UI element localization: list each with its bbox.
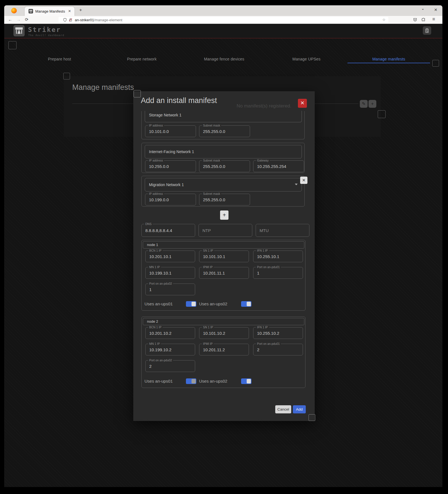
tab-manage-upses[interactable]: Manage UPSes [265,57,348,61]
uses-ups02-toggle[interactable] [241,378,251,384]
field-value: 255.255.0.0 [203,197,225,202]
field-value: 255.255.0.0 [203,129,225,134]
ipmi-ip-field[interactable]: IPMI IP 10.201.11.2 [199,344,249,355]
field-label: Port on an-pdu01 [256,265,281,269]
add-manifest-button[interactable]: + [368,100,376,108]
add-network-button[interactable]: + [220,210,228,220]
reload-button[interactable]: ⟳ [25,17,29,22]
field-value: 1 [149,287,151,292]
mn1-ip-field[interactable]: MN 1 IP 10.199.10.1 [145,267,195,279]
pdu02-port-field[interactable]: Port on an-pdu02 2 [145,360,195,372]
bcn1-ip-field[interactable]: BCN 1 IP 10.201.10.2 [145,327,195,339]
forward-button[interactable]: → [17,17,21,22]
close-icon: ✕ [300,100,304,106]
remove-network-button[interactable]: ✕ [300,177,307,184]
url-path: /manage-element [94,18,122,22]
uses-ups01-toggle[interactable] [186,378,196,384]
field-label: Subnet mask [202,124,221,127]
tab-favicon-icon [29,9,33,13]
node2-name-input[interactable]: node 2 [143,318,304,325]
url-field[interactable]: an-striker01/manage-element ☆ [59,17,388,23]
plus-icon: + [371,101,374,106]
uses-ups02-toggle[interactable] [241,301,251,307]
extensions-puzzle-icon[interactable] [421,18,426,22]
window-close-icon[interactable]: ✕ [434,8,437,12]
gateway-field[interactable]: Gateway 10.255.255.254 [253,160,304,172]
chevron-down-icon [295,184,298,185]
node-name-value: node 1 [147,243,158,247]
field-label: BCN 1 IP [148,249,163,252]
browser-tab[interactable]: Manage Manifests ✕ [25,7,74,16]
screen: Manage Manifests ✕ + ⌄ ✕ ← → ⟳ an-strike… [0,0,448,494]
network-name-input[interactable]: Internet-Facing Network 1 [145,145,302,158]
field-label: IP address [148,192,164,195]
bcn1-ip-field[interactable]: BCN 1 IP 10.201.10.1 [145,250,195,262]
jobs-clipboard-icon[interactable] [423,26,431,35]
add-button[interactable]: Add [293,405,306,413]
new-tab-button[interactable]: + [79,7,82,13]
pocket-icon[interactable] [413,18,417,22]
ip-address-field[interactable]: IP address 10.199.0.0 [145,194,196,205]
field-value: 8.8.8.8,8.8.4.4 [145,228,172,233]
field-value: 10.255.0.0 [149,164,169,169]
focus-outline-square [8,41,17,49]
network-type-select[interactable]: Migration Network 1 [145,178,302,191]
field-label: IP address [148,124,164,127]
field-label: Port on an-pdu02 [148,359,173,362]
field-label: IP address [148,159,164,162]
network-name-value: Internet-Facing Network 1 [149,149,194,154]
ifn1-ip-field[interactable]: IFN 1 IP 10.255.10.2 [253,327,303,339]
bookmark-star-icon[interactable]: ☆ [382,18,386,22]
page-title: Manage manifests [72,83,134,92]
field-label: Subnet mask [202,159,221,162]
menu-hamburger-icon[interactable]: ≡ [432,17,435,22]
tab-prepare-network[interactable]: Prepare network [101,57,183,61]
node1-name-input[interactable]: node 1 [143,241,304,249]
mtu-field[interactable]: MTU [256,224,309,237]
mn1-ip-field[interactable]: MN 1 IP 10.199.10.2 [145,344,195,355]
tab-bar: Manage Manifests ✕ + ⌄ ✕ [4,5,442,16]
sn1-ip-field[interactable]: SN 1 IP 10.101.10.1 [199,250,249,262]
ip-address-field[interactable]: IP address 10.101.0.0 [145,125,196,137]
active-tab-underline [347,63,430,63]
network-name-input[interactable]: Storage Network 1 [145,111,302,122]
tab-close-icon[interactable]: ✕ [68,9,71,13]
subnet-mask-field[interactable]: Subnet mask 255.255.0.0 [199,125,250,137]
toggle-thumb [247,302,251,306]
firefox-icon[interactable] [11,8,17,13]
pdu01-port-field[interactable]: Port on an-pdu01 2 [253,344,303,355]
ipmi-ip-field[interactable]: IPMI IP 10.201.11.1 [199,267,249,279]
pdu01-port-field[interactable]: Port on an-pdu01 1 [253,267,303,279]
focus-outline-square [432,60,439,67]
brand-tagline: The Anvil! dashboard [28,34,64,37]
dialog-title: Add an install manifest [141,96,217,105]
subnet-mask-field[interactable]: Subnet mask 255.255.0.0 [199,160,250,172]
field-label: IPMI IP [202,342,214,345]
field-label: BCN 1 IP [148,326,163,329]
field-value: 10.201.11.2 [203,347,225,352]
ntp-field[interactable]: NTP [199,224,252,237]
toggle-thumb [192,302,196,306]
tab-manage-fence-devices[interactable]: Manage fence devices [183,57,265,61]
subnet-mask-field[interactable]: Subnet mask 255.255.0.0 [199,194,250,205]
uses-ups01-toggle[interactable] [186,301,196,307]
uses-ups01-label: Uses an-ups01 [144,379,173,383]
ip-address-field[interactable]: IP address 10.255.0.0 [145,160,196,172]
cancel-button[interactable]: Cancel [275,405,291,413]
tab-prepare-host[interactable]: Prepare host [18,57,101,61]
field-value: 1 [257,271,259,275]
edit-manifest-button[interactable]: ✎ [360,100,368,108]
sn1-ip-field[interactable]: SN 1 IP 10.101.10.2 [199,327,249,339]
ifn1-ip-field[interactable]: IFN 1 IP 10.255.10.1 [253,250,303,262]
back-button[interactable]: ← [8,17,12,22]
dialog-close-button[interactable]: ✕ [298,99,307,108]
field-value: 10.199.10.2 [149,347,171,352]
pdu02-port-field[interactable]: Port on an-pdu02 1 [145,284,195,295]
url-text: an-striker01/manage-element [75,18,122,22]
empty-manifest-message: No manifest(s) registered. [237,103,291,109]
add-manifest-dialog: Add an install manifest ✕ Storage Networ… [133,91,315,421]
tab-list-chevron-icon[interactable]: ⌄ [421,6,424,11]
dns-field[interactable]: DNS 8.8.8.8,8.8.4.4 [141,224,195,237]
tab-manage-manifests[interactable]: Manage manifests [347,57,430,61]
field-placeholder: MTU [260,228,269,233]
